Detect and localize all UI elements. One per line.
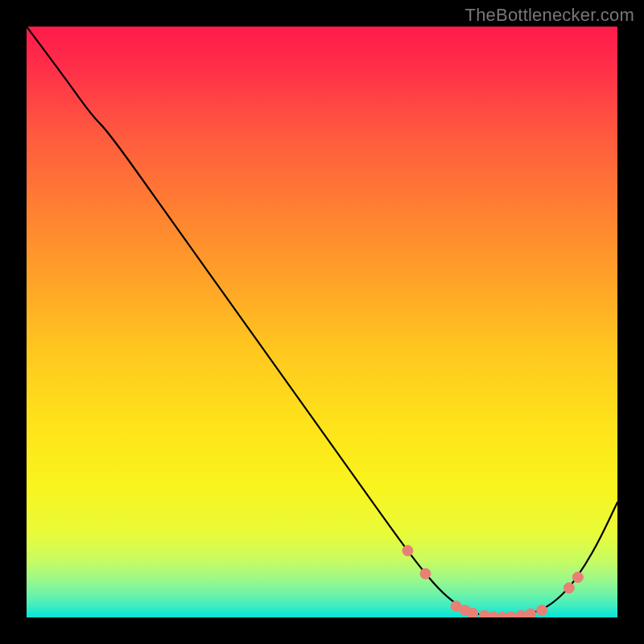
curve-marker <box>526 609 536 617</box>
chart-svg <box>27 27 617 617</box>
curve-marker <box>402 546 413 556</box>
curve-marker <box>420 568 431 579</box>
watermark-text: TheBottlenecker.com <box>465 5 634 26</box>
chart-stage: TheBottlenecker.com <box>0 0 644 644</box>
curve-marker <box>564 583 574 593</box>
curve-marker <box>516 610 526 617</box>
curve-marker <box>468 608 478 617</box>
plot-area <box>27 27 617 617</box>
gradient-background <box>27 27 617 617</box>
curve-marker <box>537 605 547 616</box>
curve-marker <box>572 572 583 583</box>
